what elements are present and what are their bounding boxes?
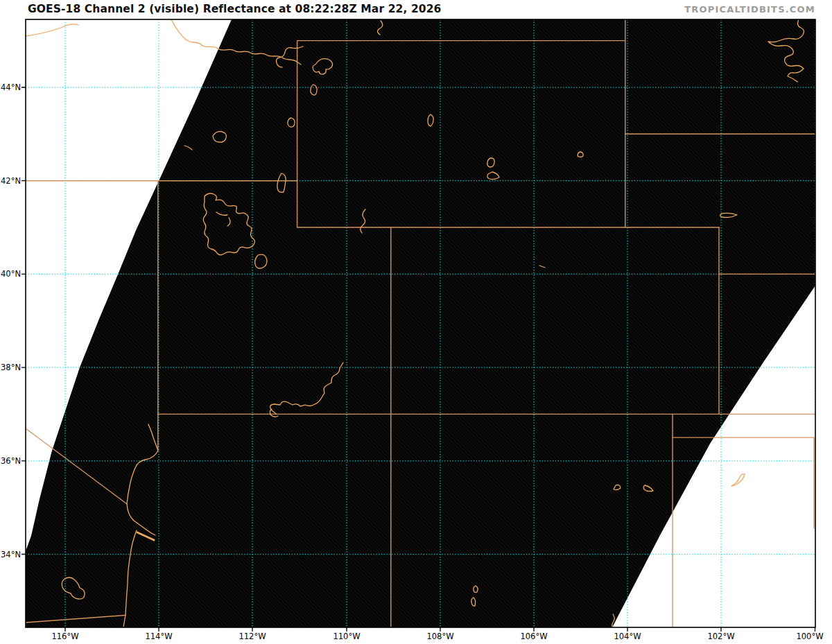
lat-tick-label: 44°N bbox=[0, 81, 21, 94]
lat-tick-label: 42°N bbox=[0, 175, 21, 187]
satellite-map bbox=[0, 0, 832, 644]
satellite-image-page: GOES-18 Channel 2 (visible) Reflectance … bbox=[0, 0, 832, 644]
lat-tick-label: 38°N bbox=[0, 361, 21, 374]
latitude-ticks bbox=[21, 87, 26, 555]
lon-tick-label: 112°W bbox=[230, 630, 275, 643]
lon-tick-label: 116°W bbox=[43, 630, 87, 643]
lon-tick-label: 100°W bbox=[788, 630, 832, 643]
lat-tick-label: 34°N bbox=[0, 548, 21, 561]
lon-tick-label: 106°W bbox=[512, 630, 556, 643]
lat-tick-label: 40°N bbox=[0, 268, 21, 280]
lon-tick-label: 102°W bbox=[699, 630, 743, 643]
lon-tick-label: 104°W bbox=[605, 630, 650, 643]
lon-tick-label: 114°W bbox=[137, 630, 181, 643]
lon-tick-label: 108°W bbox=[418, 630, 462, 643]
lat-tick-label: 36°N bbox=[0, 455, 21, 467]
lon-tick-label: 110°W bbox=[324, 630, 369, 643]
